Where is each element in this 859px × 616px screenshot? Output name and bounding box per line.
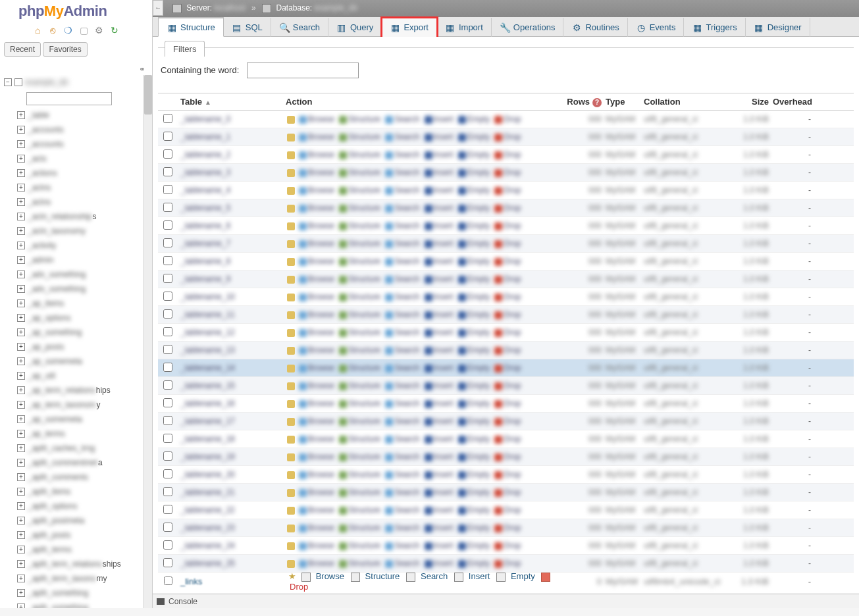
tree-table-row[interactable]: +_apth_caches_trng bbox=[3, 441, 143, 455]
search-link[interactable]: Search bbox=[394, 523, 419, 532]
insert-link[interactable]: Insert bbox=[434, 328, 454, 337]
row-checkbox[interactable] bbox=[163, 292, 172, 301]
browse-link[interactable]: Browse bbox=[308, 203, 334, 213]
expand-icon[interactable]: + bbox=[17, 314, 25, 322]
empty-link[interactable]: Empty bbox=[511, 571, 535, 581]
collapse-icon[interactable]: − bbox=[4, 78, 12, 86]
tree-table-row[interactable]: +_acts bbox=[3, 151, 143, 166]
tree-table-row[interactable]: +_apth_something bbox=[3, 600, 143, 608]
bc-database-value[interactable]: example_db bbox=[315, 3, 357, 13]
row-checkbox[interactable] bbox=[163, 363, 172, 372]
empty-link[interactable]: Empty bbox=[467, 257, 490, 266]
search-link[interactable]: Search bbox=[394, 399, 419, 408]
row-table-name[interactable]: _tablename_1 bbox=[180, 132, 230, 141]
empty-link[interactable]: Empty bbox=[467, 541, 490, 550]
structure-link[interactable]: Structure bbox=[348, 310, 380, 319]
row-table-name[interactable]: _tablename_16 bbox=[180, 399, 235, 408]
browse-link[interactable]: Browse bbox=[308, 399, 334, 408]
search-link[interactable]: Search bbox=[394, 168, 419, 177]
star-icon[interactable] bbox=[287, 116, 295, 124]
browse-link[interactable]: Browse bbox=[308, 346, 334, 355]
search-link[interactable]: Search bbox=[394, 452, 419, 461]
tab-sql[interactable]: ▤SQL bbox=[224, 18, 271, 38]
th-size[interactable]: Size bbox=[752, 97, 769, 107]
insert-link[interactable]: Insert bbox=[469, 571, 490, 581]
row-checkbox[interactable] bbox=[163, 380, 172, 390]
insert-link[interactable]: Insert bbox=[434, 559, 454, 568]
expand-icon[interactable]: + bbox=[17, 589, 25, 597]
star-icon[interactable] bbox=[287, 436, 295, 444]
tree-table-row[interactable]: +_ap_posts bbox=[3, 340, 143, 354]
row-checkbox[interactable] bbox=[163, 451, 172, 461]
drop-link[interactable]: Drop bbox=[504, 452, 521, 461]
row-checkbox[interactable] bbox=[163, 309, 172, 319]
structure-link[interactable]: Structure bbox=[348, 115, 380, 124]
drop-link[interactable]: Drop bbox=[504, 186, 521, 195]
expand-icon[interactable]: + bbox=[17, 444, 25, 452]
row-checkbox[interactable] bbox=[163, 185, 172, 194]
home-icon[interactable]: ⌂ bbox=[32, 25, 43, 36]
tree-table-row[interactable]: +_apth_items bbox=[3, 484, 143, 499]
row-table-name[interactable]: _tablename_10 bbox=[180, 292, 235, 301]
row-table-name[interactable]: _tablename_13 bbox=[180, 346, 235, 355]
row-table-name[interactable]: _tablename_15 bbox=[180, 381, 235, 390]
row-checkbox[interactable] bbox=[163, 220, 172, 230]
tree-table-row[interactable]: +_actns bbox=[3, 180, 143, 195]
empty-link[interactable]: Empty bbox=[467, 274, 490, 284]
filter-input[interactable] bbox=[247, 63, 359, 78]
drop-link[interactable]: Drop bbox=[504, 257, 521, 266]
structure-link[interactable]: Structure bbox=[348, 399, 380, 408]
settings-icon[interactable]: ⚙ bbox=[94, 25, 105, 36]
insert-link[interactable]: Insert bbox=[434, 292, 454, 301]
expand-icon[interactable]: + bbox=[17, 546, 25, 553]
browse-link[interactable]: Browse bbox=[308, 239, 334, 248]
insert-link[interactable]: Insert bbox=[434, 452, 454, 461]
star-icon[interactable] bbox=[287, 205, 295, 213]
empty-link[interactable]: Empty bbox=[467, 310, 490, 319]
search-link[interactable]: Search bbox=[394, 257, 419, 266]
search-link[interactable]: Search bbox=[394, 328, 419, 337]
drop-link[interactable]: Drop bbox=[504, 523, 521, 532]
row-checkbox[interactable] bbox=[163, 203, 172, 212]
console-bar[interactable]: Console bbox=[153, 594, 859, 608]
tree-table-row[interactable]: +_ap_term_taxonomy bbox=[3, 398, 143, 412]
rows-help-icon[interactable]: ? bbox=[592, 98, 602, 107]
sort-asc-icon[interactable]: ▲ bbox=[205, 99, 211, 106]
structure-link[interactable]: Structure bbox=[348, 470, 380, 479]
row-table-name[interactable]: _tablename_9 bbox=[180, 274, 230, 284]
expand-icon[interactable]: + bbox=[17, 517, 25, 525]
insert-link[interactable]: Insert bbox=[434, 203, 454, 213]
star-icon[interactable] bbox=[287, 151, 295, 159]
reload-icon[interactable]: ↻ bbox=[109, 25, 120, 36]
expand-icon[interactable]: + bbox=[17, 285, 25, 293]
row-checkbox[interactable] bbox=[163, 167, 172, 176]
row-table-name[interactable]: _tablename_24 bbox=[180, 541, 235, 550]
star-icon[interactable] bbox=[287, 240, 295, 248]
row-checkbox[interactable] bbox=[163, 345, 172, 354]
expand-icon[interactable]: + bbox=[17, 126, 25, 134]
tree-table-row[interactable]: +_ap_util bbox=[3, 369, 143, 383]
insert-link[interactable]: Insert bbox=[434, 168, 454, 177]
insert-link[interactable]: Insert bbox=[434, 470, 454, 479]
expand-icon[interactable]: + bbox=[17, 502, 25, 510]
row-table-name[interactable]: _tablename_23 bbox=[180, 523, 235, 532]
drop-link[interactable]: Drop bbox=[504, 239, 521, 248]
logout-icon[interactable]: ⎋ bbox=[47, 25, 58, 36]
row-table-name[interactable]: _tablename_14 bbox=[180, 363, 235, 372]
drop-link[interactable]: Drop bbox=[504, 505, 521, 515]
structure-link[interactable]: Structure bbox=[348, 132, 380, 141]
browse-link[interactable]: Browse bbox=[316, 571, 344, 581]
empty-link[interactable]: Empty bbox=[467, 363, 490, 372]
search-link[interactable]: Search bbox=[421, 571, 448, 581]
empty-link[interactable]: Empty bbox=[467, 292, 490, 301]
empty-link[interactable]: Empty bbox=[467, 186, 490, 195]
empty-link[interactable]: Empty bbox=[467, 417, 490, 426]
empty-link[interactable]: Empty bbox=[467, 150, 490, 159]
expand-icon[interactable]: + bbox=[17, 357, 25, 365]
browse-link[interactable]: Browse bbox=[308, 523, 334, 532]
db-node[interactable]: − example_db bbox=[3, 75, 143, 90]
th-type[interactable]: Type bbox=[606, 97, 625, 107]
row-table-name[interactable]: _tablename_3 bbox=[180, 168, 230, 177]
browse-link[interactable]: Browse bbox=[308, 363, 334, 372]
expand-icon[interactable]: + bbox=[17, 256, 25, 264]
